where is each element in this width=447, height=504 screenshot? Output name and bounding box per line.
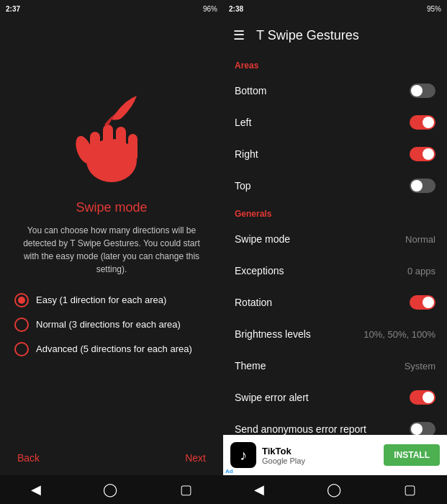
- right-recents-nav-icon[interactable]: ▢: [404, 482, 416, 498]
- radio-easy-circle[interactable]: [14, 293, 29, 307]
- svg-rect-4: [128, 134, 137, 161]
- right-status-icons: 95%: [427, 5, 441, 13]
- next-button[interactable]: Next: [185, 452, 206, 464]
- setting-swipe-error[interactable]: Swipe error alert: [223, 382, 447, 413]
- setting-swipe-mode-label: Swipe mode: [235, 233, 290, 245]
- radio-advanced-label: Advanced (5 directions for each area): [36, 343, 192, 354]
- setting-swipe-mode-value: Normal: [405, 234, 435, 245]
- gesture-illustration: [68, 92, 155, 186]
- toggle-rotation[interactable]: [410, 295, 435, 310]
- section-areas-header: Areas: [223, 53, 447, 75]
- swipe-mode-description: You can choose how many directions will …: [14, 224, 209, 276]
- ad-banner[interactable]: ♪ TikTok Google Play INSTALL Ad: [223, 435, 447, 475]
- setting-left-label: Left: [235, 117, 251, 128]
- hamburger-icon[interactable]: ☰: [233, 27, 245, 43]
- ad-text-block: TikTok Google Play: [262, 446, 378, 465]
- setting-anon-report[interactable]: Send anonymous error report: [223, 413, 447, 435]
- setting-anon-report-label: Send anonymous error report: [235, 423, 366, 435]
- setting-right-label: Right: [235, 148, 258, 160]
- swipe-mode-title: Swipe mode: [76, 200, 147, 215]
- left-battery: 96%: [203, 5, 217, 13]
- right-back-nav-icon[interactable]: ◀: [254, 482, 264, 498]
- right-header-title: T Swipe Gestures: [256, 28, 359, 43]
- setting-theme[interactable]: Theme System: [223, 350, 447, 382]
- radio-normal-label: Normal (3 directions for each area): [36, 319, 181, 330]
- radio-easy[interactable]: Easy (1 direction for each area): [14, 293, 209, 307]
- right-home-nav-icon[interactable]: ◯: [327, 482, 341, 498]
- setting-swipe-mode[interactable]: Swipe mode Normal: [223, 223, 447, 255]
- radio-normal-circle[interactable]: [14, 318, 29, 332]
- install-button[interactable]: INSTALL: [384, 444, 440, 466]
- setting-exceptions-value: 0 apps: [407, 266, 435, 276]
- left-bottom-nav: ◀ ◯ ▢: [0, 475, 223, 504]
- svg-rect-3: [116, 127, 126, 161]
- left-nav-bar: Back Next: [0, 441, 223, 475]
- settings-scroll[interactable]: Areas Bottom Left Right Top Generals Swi…: [223, 53, 447, 435]
- tiktok-icon: ♪: [240, 447, 247, 464]
- setting-right[interactable]: Right: [223, 138, 447, 170]
- setting-theme-value: System: [405, 361, 435, 372]
- home-nav-icon[interactable]: ◯: [103, 482, 117, 498]
- toggle-bottom[interactable]: [410, 84, 435, 98]
- setting-top-label: Top: [235, 180, 251, 192]
- toggle-anon-report[interactable]: [410, 422, 435, 435]
- setting-top[interactable]: Top: [223, 170, 447, 202]
- toggle-left[interactable]: [410, 115, 435, 130]
- ad-app-name: TikTok: [262, 446, 378, 456]
- svg-rect-2: [103, 125, 113, 161]
- right-header: ☰ T Swipe Gestures: [223, 17, 447, 53]
- left-status-icons: 96%: [203, 5, 217, 13]
- radio-advanced-circle[interactable]: [14, 342, 29, 356]
- left-time: 2:37: [6, 5, 20, 13]
- toggle-right[interactable]: [410, 147, 435, 161]
- left-panel: 2:37 96% Swipe mode Y: [0, 0, 223, 504]
- radio-easy-label: Easy (1 direction for each area): [36, 294, 166, 305]
- left-main-content: Swipe mode You can choose how many direc…: [0, 17, 223, 441]
- setting-exceptions-label: Exceptions: [235, 265, 284, 276]
- setting-bottom-label: Bottom: [235, 85, 266, 96]
- radio-normal[interactable]: Normal (3 directions for each area): [14, 318, 209, 332]
- setting-bottom[interactable]: Bottom: [223, 75, 447, 107]
- ad-marker: Ad: [223, 467, 235, 475]
- setting-brightness-label: Brightness levels: [235, 328, 311, 340]
- radio-advanced[interactable]: Advanced (5 directions for each area): [14, 342, 209, 356]
- section-generals-header: Generals: [223, 202, 447, 223]
- back-nav-icon[interactable]: ◀: [31, 482, 41, 498]
- setting-left[interactable]: Left: [223, 107, 447, 138]
- back-button[interactable]: Back: [17, 452, 40, 464]
- ad-store: Google Play: [262, 456, 378, 465]
- setting-exceptions[interactable]: Exceptions 0 apps: [223, 255, 447, 287]
- left-status-bar: 2:37 96%: [0, 0, 223, 17]
- recents-nav-icon[interactable]: ▢: [180, 482, 192, 498]
- setting-brightness-value: 10%, 50%, 100%: [364, 329, 435, 340]
- right-status-bar: 2:38 95%: [223, 0, 447, 17]
- right-panel: 2:38 95% ☰ T Swipe Gestures Areas Bottom…: [223, 0, 447, 504]
- setting-swipe-error-label: Swipe error alert: [235, 392, 309, 403]
- setting-brightness[interactable]: Brightness levels 10%, 50%, 100%: [223, 318, 447, 350]
- right-battery: 95%: [427, 5, 441, 13]
- right-bottom-nav: ◀ ◯ ▢: [223, 475, 447, 504]
- ad-app-icon: ♪: [230, 442, 256, 468]
- toggle-swipe-error[interactable]: [410, 390, 435, 405]
- toggle-top[interactable]: [410, 179, 435, 193]
- setting-theme-label: Theme: [235, 360, 266, 372]
- setting-rotation[interactable]: Rotation: [223, 287, 447, 318]
- right-time: 2:38: [229, 5, 243, 13]
- setting-rotation-label: Rotation: [235, 297, 272, 308]
